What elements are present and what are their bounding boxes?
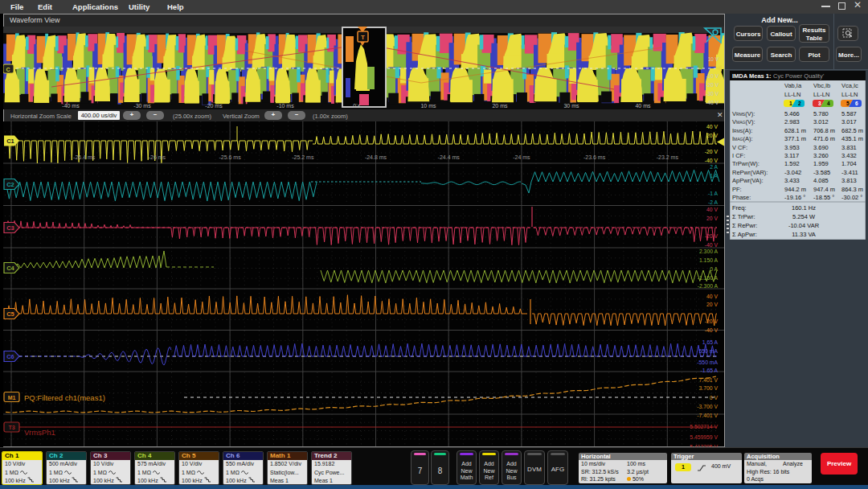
svg-text:M1: M1	[8, 395, 16, 401]
svg-text:5.459959 V: 5.459959 V	[690, 434, 718, 440]
svg-text:5.780: 5.780	[813, 110, 829, 117]
svg-text:IRMS(A):: IRMS(A):	[732, 127, 752, 134]
svg-text:C1: C1	[6, 138, 14, 145]
svg-text:-20 V: -20 V	[705, 233, 719, 239]
svg-text:1.959: 1.959	[813, 160, 829, 167]
svg-text:3.432: 3.432	[841, 152, 857, 159]
svg-text:-18.55 °: -18.55 °	[813, 194, 834, 201]
svg-text:-23.6 ms: -23.6 ms	[583, 154, 606, 160]
svg-text:-20 ms: -20 ms	[205, 103, 223, 109]
svg-text:4.085: 4.085	[813, 177, 829, 184]
svg-text:-550 mA: -550 mA	[697, 360, 718, 365]
svg-text:706.8 m: 706.8 m	[813, 127, 835, 134]
svg-text:-25.6 ms: -25.6 ms	[219, 154, 241, 160]
svg-text:-40 V: -40 V	[705, 158, 719, 163]
svg-text:Vab,Ia: Vab,Ia	[784, 82, 802, 89]
svg-text:3: 3	[818, 101, 821, 106]
svg-text:11.33 VA: 11.33 VA	[792, 231, 816, 238]
svg-text:-7.401 V: -7.401 V	[697, 413, 718, 418]
svg-text:40 ms: 40 ms	[635, 103, 651, 109]
svg-text:C5: C5	[6, 310, 14, 318]
svg-text:VrmsPh1: VrmsPh1	[24, 428, 55, 437]
svg-text:7.401 V: 7.401 V	[699, 377, 719, 383]
svg-text:0´s: 0´s	[353, 103, 361, 109]
svg-text:-3.411: -3.411	[841, 169, 858, 176]
svg-text:1.150 A: 1.150 A	[699, 257, 719, 263]
svg-text:5.254 W: 5.254 W	[792, 213, 816, 220]
svg-text:3.831: 3.831	[841, 144, 857, 151]
svg-text:947.4 m: 947.4 m	[813, 186, 835, 193]
svg-text:VRMS(V):: VRMS(V):	[732, 110, 755, 117]
svg-text:-1.65 A: -1.65 A	[700, 368, 718, 373]
svg-text:40 V: 40 V	[706, 294, 718, 299]
svg-text:2 A: 2 A	[710, 164, 718, 170]
svg-text:1.704: 1.704	[841, 160, 857, 167]
svg-text:-25.2 ms: -25.2 ms	[292, 154, 314, 160]
svg-text:ApPwr(VA):: ApPwr(VA):	[732, 177, 764, 184]
svg-text:864.3 m: 864.3 m	[841, 186, 863, 193]
svg-text:5.587: 5.587	[841, 110, 857, 117]
svg-text:-23.2 ms: -23.2 ms	[657, 154, 679, 160]
svg-text:3.700 V: 3.700 V	[699, 385, 719, 391]
svg-text:-3.585: -3.585	[813, 169, 830, 176]
svg-text:2.983: 2.983	[784, 118, 800, 125]
svg-text:-10 ms: -10 ms	[276, 103, 294, 109]
svg-text:-3.042: -3.042	[784, 169, 801, 176]
svg-text:944.2 m: 944.2 m	[784, 186, 806, 193]
svg-text:-26 ms: -26 ms	[149, 154, 166, 160]
svg-text:1.65 A: 1.65 A	[702, 339, 719, 345]
svg-text:-26.4 ms: -26.4 ms	[73, 154, 96, 160]
svg-text:3.953: 3.953	[784, 144, 800, 151]
svg-text:-10 V: -10 V	[706, 73, 719, 79]
svg-text:PF:: PF:	[732, 186, 742, 193]
svg-text:377.1 m: 377.1 m	[784, 135, 806, 142]
svg-text:-24.4 ms: -24.4 ms	[438, 154, 461, 160]
svg-text:-1 A: -1 A	[708, 191, 719, 196]
svg-text:682.5 m: 682.5 m	[841, 127, 863, 134]
svg-text:LL-LN: LL-LN	[784, 91, 800, 98]
svg-text:4: 4	[827, 101, 830, 106]
svg-text:-30 V: -30 V	[706, 91, 719, 97]
svg-text:Σ TrPwr:: Σ TrPwr:	[732, 213, 755, 220]
svg-text:-40 V: -40 V	[705, 242, 719, 248]
svg-text:IMDA Meas 1:: IMDA Meas 1:	[732, 72, 771, 80]
svg-text:40 V: 40 V	[706, 207, 718, 212]
svg-text:5: 5	[846, 101, 850, 106]
svg-text:-2 A: -2 A	[708, 199, 719, 205]
svg-text:6: 6	[855, 101, 858, 106]
svg-text:-30.02 °: -30.02 °	[841, 194, 862, 201]
svg-text:-20 V: -20 V	[705, 318, 719, 324]
svg-text:V CF:: V CF:	[732, 144, 747, 151]
svg-text:TrPwr(W):: TrPwr(W):	[732, 160, 760, 167]
svg-text:-10.04 VAR: -10.04 VAR	[788, 222, 820, 229]
svg-text:471.6 m: 471.6 m	[813, 135, 835, 142]
svg-text:3.260: 3.260	[813, 152, 829, 159]
svg-text:Vca,Ic: Vca,Ic	[841, 82, 858, 89]
svg-text:T: T	[361, 34, 365, 41]
svg-text:3.813: 3.813	[841, 177, 857, 184]
svg-text:LL-LN: LL-LN	[813, 91, 829, 98]
svg-text:3.012: 3.012	[813, 118, 829, 125]
svg-text:550 mA: 550 mA	[699, 348, 719, 354]
svg-text:1 A: 1 A	[710, 173, 718, 179]
svg-text:628.1 m: 628.1 m	[784, 127, 806, 134]
svg-text:-40 ms: -40 ms	[62, 103, 80, 109]
svg-text:160.1 Hz: 160.1 Hz	[792, 204, 816, 212]
svg-text:1: 1	[789, 101, 792, 106]
svg-text:20 V: 20 V	[706, 302, 718, 307]
svg-text:T3: T3	[8, 425, 14, 430]
svg-text:20 V: 20 V	[706, 216, 718, 221]
svg-text:RePwr(VAR):: RePwr(VAR):	[732, 169, 768, 176]
svg-text:10 ms: 10 ms	[420, 103, 436, 109]
svg-text:-30 ms: -30 ms	[133, 103, 151, 109]
svg-text:-40 V: -40 V	[705, 327, 719, 333]
svg-text:-20 V: -20 V	[706, 82, 719, 88]
svg-text:2: 2	[798, 101, 801, 106]
svg-text:Cyc Power Quality’: Cyc Power Quality’	[773, 72, 825, 80]
svg-text:PQ:Filtered ch1(meas1): PQ:Filtered ch1(meas1)	[24, 393, 105, 402]
svg-text:435.1 m: 435.1 m	[841, 135, 863, 142]
svg-text:20 V: 20 V	[706, 133, 718, 138]
svg-text:-1.150 A: -1.150 A	[698, 275, 719, 281]
svg-text:-3.700 V: -3.700 V	[697, 404, 718, 409]
svg-text:-19.16 °: -19.16 °	[784, 194, 805, 201]
